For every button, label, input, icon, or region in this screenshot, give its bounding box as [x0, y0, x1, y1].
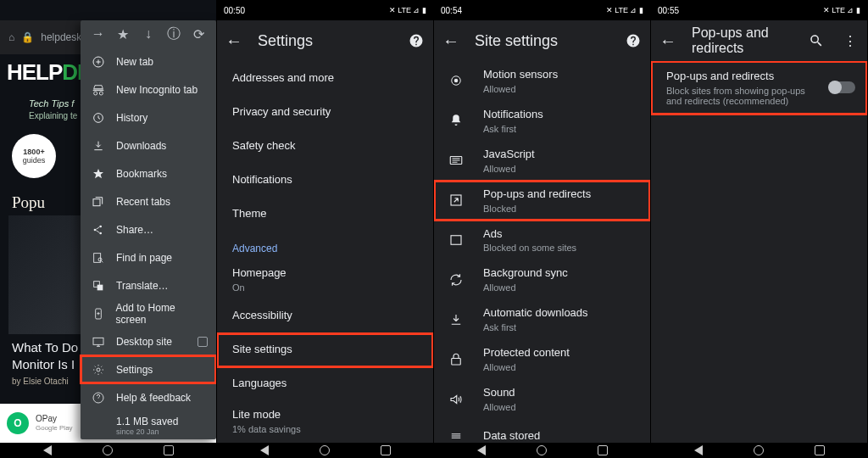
item-label: Automatic downloads: [483, 306, 635, 321]
nav-home-icon[interactable]: [103, 445, 113, 455]
toggle-description: Block sites from showing pop-ups and red…: [666, 86, 820, 106]
nav-recent-icon[interactable]: [381, 445, 391, 455]
svg-rect-2: [93, 198, 100, 205]
svg-point-4: [99, 225, 102, 227]
settings-item-site-settings[interactable]: Site settings: [217, 333, 433, 367]
menu-item-desktop-site[interactable]: Desktop site: [81, 327, 216, 355]
settings-item-addresses-and-more[interactable]: Addresses and more: [217, 61, 433, 95]
back-arrow-icon[interactable]: ←: [224, 31, 244, 51]
find-icon: [91, 251, 106, 265]
home-icon[interactable]: ⌂: [8, 31, 14, 43]
item-label: Safety check: [232, 139, 418, 154]
ad-text: OPay Google Play: [36, 414, 73, 433]
item-sub: Ask first: [483, 322, 635, 332]
forward-icon[interactable]: →: [89, 25, 108, 43]
menu-item-downloads[interactable]: Downloads: [81, 131, 216, 159]
nav-back-icon[interactable]: [260, 445, 269, 455]
item-label: Privacy and security: [232, 105, 418, 120]
menu-item-new-tab[interactable]: New tab: [81, 47, 216, 75]
menu-item-label: New Incognito tab: [116, 84, 198, 96]
menu-item-label: History: [116, 112, 147, 124]
help-icon[interactable]: [406, 31, 426, 51]
site-setting-background-sync[interactable]: Background syncAllowed: [434, 260, 650, 299]
nav-home-icon[interactable]: [537, 445, 547, 455]
site-setting-sound[interactable]: SoundAllowed: [434, 379, 650, 419]
site-setting-pop-ups-and-redirects[interactable]: Pop-ups and redirectsBlocked: [434, 181, 650, 221]
menu-item-sub: since 20 Jan: [116, 427, 178, 436]
menu-item-recent-tabs[interactable]: Recent tabs: [81, 187, 216, 215]
menu-item-label: Add to Home screen: [116, 302, 206, 326]
menu-item-label: 1.1 MB saved: [116, 416, 178, 427]
site-setting-automatic-downloads[interactable]: Automatic downloadsAsk first: [434, 299, 650, 339]
android-nav-bar: [434, 443, 650, 458]
download-icon[interactable]: ↓: [139, 25, 158, 43]
item-sub: Allowed: [483, 84, 635, 94]
popups-toggle-row[interactable]: Pop-ups and redirects Block sites from s…: [651, 61, 867, 114]
status-time: 00:54: [441, 6, 462, 15]
nav-back-icon[interactable]: [43, 445, 52, 455]
menu-item-1-1-mb-saved[interactable]: 1.1 MB savedsince 20 Jan: [81, 411, 216, 439]
item-sub: Allowed: [483, 362, 635, 372]
back-arrow-icon[interactable]: ←: [441, 31, 461, 51]
bookmark-icon[interactable]: ★: [114, 25, 132, 43]
nav-home-icon[interactable]: [754, 445, 764, 455]
item-label: Site settings: [232, 343, 418, 357]
menu-item-label: Bookmarks: [116, 168, 167, 180]
settings-item-accessibility[interactable]: Accessibility: [217, 299, 433, 333]
menu-item-share-[interactable]: Share…: [81, 215, 216, 243]
site-setting-javascript[interactable]: JavaScriptAllowed: [434, 141, 650, 181]
menu-item-history[interactable]: History: [81, 103, 216, 131]
settings-item-notifications[interactable]: Notifications: [217, 163, 433, 197]
search-icon[interactable]: [806, 31, 826, 51]
menu-item-bookmarks[interactable]: Bookmarks: [81, 159, 216, 187]
menu-item-translate-[interactable]: Translate…: [81, 271, 216, 299]
settings-item-languages[interactable]: Languages: [217, 367, 433, 401]
desktop-site-checkbox[interactable]: [198, 337, 208, 347]
back-arrow-icon[interactable]: ←: [658, 31, 678, 51]
gear-icon: [91, 363, 106, 377]
status-time: 00:50: [224, 6, 245, 15]
settings-item-privacy-and-security[interactable]: Privacy and security: [217, 95, 433, 129]
nav-back-icon[interactable]: [694, 445, 703, 455]
site-setting-motion-sensors[interactable]: Motion sensorsAllowed: [434, 61, 650, 101]
site-setting-ads[interactable]: AdsBlocked on some sites: [434, 221, 650, 260]
toggle-switch[interactable]: [830, 81, 855, 93]
settings-item-safety-check[interactable]: Safety check: [217, 129, 433, 163]
nav-recent-icon[interactable]: [815, 445, 825, 455]
svg-point-3: [94, 228, 97, 231]
settings-item-lite-mode[interactable]: Lite mode1% data savings: [217, 401, 433, 441]
menu-item-settings[interactable]: Settings: [81, 355, 216, 383]
ads-icon: [448, 232, 465, 249]
menu-item-add-to-home-screen[interactable]: Add to Home screen: [81, 299, 216, 327]
phone-2-settings: 00:50 ✕ LTE ⊿ ▮ ← Settings Addresses and…: [217, 0, 434, 458]
guides-chip: 1800+ guides: [12, 134, 56, 178]
info-icon[interactable]: ⓘ: [164, 25, 183, 43]
menu-item-find-in-page[interactable]: Find in page: [81, 243, 216, 271]
auto-icon: [448, 311, 465, 328]
item-label: Addresses and more: [232, 71, 418, 86]
item-label: Theme: [232, 207, 418, 221]
site-setting-protected-content[interactable]: Protected contentAllowed: [434, 339, 650, 379]
svg-point-12: [97, 368, 100, 371]
nav-recent-icon[interactable]: [164, 445, 174, 455]
settings-item-theme[interactable]: Theme: [217, 197, 433, 231]
bell-icon: [448, 112, 465, 129]
settings-item-homepage[interactable]: HomepageOn: [217, 260, 433, 299]
reload-icon[interactable]: ⟳: [189, 25, 208, 43]
menu-item-help-feedback[interactable]: Help & feedback: [81, 383, 216, 411]
help-icon[interactable]: [623, 31, 643, 51]
item-label: Background sync: [483, 266, 635, 281]
app-bar: ← Settings: [217, 20, 433, 61]
overflow-icon[interactable]: ⋮: [840, 31, 860, 51]
lock-icon: 🔒: [21, 31, 34, 43]
site-setting-notifications[interactable]: NotificationsAsk first: [434, 101, 650, 141]
nav-home-icon[interactable]: [320, 445, 330, 455]
nav-recent-icon[interactable]: [598, 445, 608, 455]
nav-back-icon[interactable]: [477, 445, 486, 455]
desk-icon: [91, 335, 106, 349]
page-title: Pop-ups and redirects: [692, 25, 793, 56]
menu-item-new-incognito-tab[interactable]: New Incognito tab: [81, 75, 216, 103]
plus-icon: [91, 55, 106, 69]
item-label: Sound: [483, 386, 635, 400]
toggle-label: Pop-ups and redirects: [666, 70, 820, 84]
